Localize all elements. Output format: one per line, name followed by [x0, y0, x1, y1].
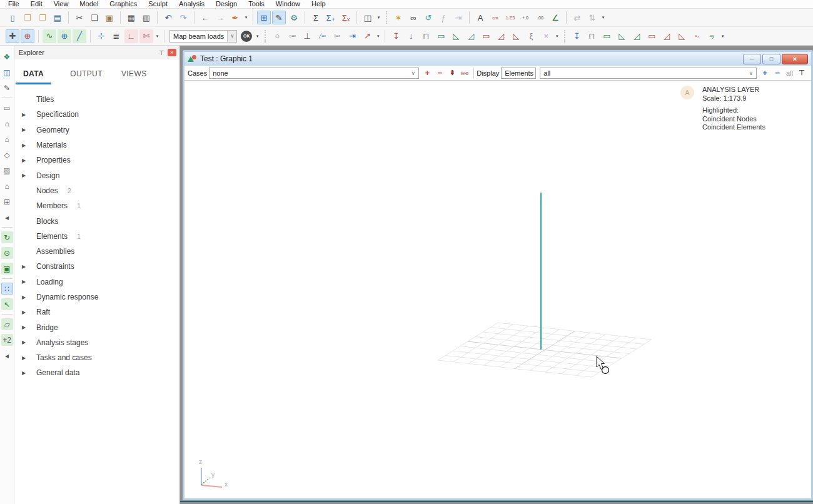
tree-item-dynamic-response[interactable]: ▶Dynamic response	[14, 290, 179, 305]
node-loads-2-icon[interactable]: ↧	[570, 29, 583, 43]
redo-icon[interactable]: ↷	[176, 11, 190, 24]
clear-loads-icon[interactable]: ×	[539, 29, 553, 43]
view-3d-box-icon[interactable]: ▧	[1, 164, 13, 176]
sculpt-pencil-icon[interactable]: ✎	[1, 82, 13, 94]
pin-icon[interactable]: ⊤	[157, 49, 166, 56]
menu-item-analysis[interactable]: Analysis	[173, 0, 210, 8]
tree-item-design[interactable]: ▶Design	[14, 168, 179, 183]
wizard-wand-icon[interactable]: ✶	[391, 11, 405, 24]
menu-item-graphics[interactable]: Graphics	[104, 0, 143, 8]
h-spacing-icon[interactable]: ⇄	[570, 11, 584, 24]
settlements-icon[interactable]: ↓	[404, 29, 418, 43]
view-front-icon[interactable]: ⌂	[1, 118, 13, 129]
beam-tri-2-icon[interactable]: ◺	[615, 29, 629, 43]
tree-item-materials[interactable]: ▶Materials	[14, 138, 179, 153]
all-label[interactable]: all	[786, 69, 793, 77]
add-element-icon[interactable]: ╱	[73, 29, 86, 43]
format-painter-icon[interactable]: ✒	[228, 11, 242, 24]
menu-item-edit[interactable]: Edit	[25, 0, 48, 8]
expand-arrow-icon[interactable]: ▶	[22, 158, 36, 163]
beam-tri-load-icon[interactable]: ◺	[449, 29, 463, 43]
tab-data[interactable]: DATA	[16, 69, 51, 84]
add-point-icon[interactable]: ⊕	[21, 29, 34, 43]
beam-patch-load-icon[interactable]: ◿	[464, 29, 478, 43]
step-line-icon[interactable]: ∟	[124, 29, 138, 43]
labels-dropdown-icon[interactable]: ▾	[375, 34, 381, 39]
element-axes-icon[interactable]: ↗	[360, 29, 374, 43]
tab-views[interactable]: VIEWS	[121, 69, 147, 84]
font-icon[interactable]: A	[473, 11, 487, 24]
view-isometric-icon[interactable]: ◇	[1, 149, 13, 161]
beam-udl-icon[interactable]: ▭	[434, 29, 448, 43]
align-ends-icon[interactable]: ⇥	[345, 29, 359, 43]
add-node-icon[interactable]: ⊕	[58, 29, 71, 43]
graphic-canvas[interactable]: z y x A ANALYSIS LAYER Scale: 1:173.9 Hi…	[184, 81, 811, 498]
tab-output[interactable]: OUTPUT	[70, 69, 103, 84]
view-back-icon[interactable]: ⌂	[1, 133, 13, 145]
tree-item-bridge[interactable]: ▶Bridge	[14, 320, 179, 335]
add-to-list-icon[interactable]: +	[759, 68, 771, 78]
sum-icon[interactable]: Σ	[309, 11, 323, 24]
tree-item-constraints[interactable]: ▶Constraints	[14, 259, 179, 274]
cut-icon[interactable]: ✂	[73, 11, 86, 24]
orbit-view-icon[interactable]: ▣	[1, 263, 13, 275]
tree-item-elements[interactable]: Elements1	[14, 229, 179, 244]
coordinate-select-icon[interactable]: +2	[1, 334, 13, 346]
expand-arrow-icon[interactable]: ▶	[22, 310, 36, 315]
cases-combo[interactable]: none ∨	[209, 68, 419, 79]
beam-frame-icon[interactable]: ⊓	[419, 29, 433, 43]
supports-display-icon[interactable]: ⊥	[300, 29, 314, 43]
loads-dropdown-icon[interactable]: ▾	[553, 34, 560, 39]
loads-2-dropdown-icon[interactable]: ▾	[719, 34, 726, 39]
remove-from-list-icon[interactable]: −	[771, 68, 784, 78]
plot-dropdown-icon[interactable]: ▾	[375, 15, 382, 20]
sculpt-dropdown-icon[interactable]: ▾	[154, 34, 161, 39]
expand-arrow-icon[interactable]: ▶	[22, 355, 36, 361]
tree-item-geometry[interactable]: ▶Geometry	[14, 123, 179, 138]
node-display-icon[interactable]: ○	[270, 29, 284, 43]
zoom-view-icon[interactable]: ⊙	[1, 247, 13, 259]
fewer-decimals-icon[interactable]: .00	[533, 11, 547, 24]
history-dropdown-icon[interactable]: ▾	[243, 15, 250, 20]
layout-dropdown-icon[interactable]: ▾	[600, 15, 607, 20]
settings-wrench-icon[interactable]: ⚙	[287, 11, 301, 24]
table-view-icon[interactable]: ⊞	[257, 11, 271, 24]
sum-remove-icon[interactable]: Σₓ	[339, 11, 353, 24]
expand-arrow-icon[interactable]: ▶	[22, 295, 36, 300]
tree-item-tasks-and-cases[interactable]: ▶Tasks and cases	[14, 350, 179, 365]
expand-arrow-icon[interactable]: ▶	[22, 173, 36, 178]
node-loads-icon[interactable]: ↧	[389, 29, 403, 43]
close-file-icon[interactable]: ❐	[36, 11, 49, 24]
tree-item-loading[interactable]: ▶Loading	[14, 275, 179, 290]
v-spacing-icon[interactable]: ⇅	[585, 11, 599, 24]
section-labels-icon[interactable]: I¹²³	[330, 29, 344, 43]
patch-red-2-icon[interactable]: ◺	[675, 29, 689, 43]
tree-item-specification[interactable]: ▶Specification	[14, 107, 179, 122]
copy-icon[interactable]: ❏	[88, 11, 101, 24]
menu-item-model[interactable]: Model	[74, 0, 104, 8]
tree-item-analysis-stages[interactable]: ▶Analysis stages	[14, 335, 179, 350]
tree-item-nodes[interactable]: Nodes2	[14, 183, 179, 198]
polygon-select-icon[interactable]: ▱	[1, 318, 13, 330]
graphic-edit-icon[interactable]: ✎	[272, 11, 286, 24]
add-case-icon[interactable]: +	[421, 68, 433, 78]
go-to-list-icon[interactable]: ⇥	[452, 11, 465, 24]
select-nodes-icon[interactable]: ∷	[1, 283, 13, 295]
expand-arrow-icon[interactable]: ▶	[22, 325, 36, 330]
beam-frame-2-icon[interactable]: ⊓	[585, 29, 598, 43]
expand-arrow-icon[interactable]: ▶	[22, 112, 36, 118]
revert-icon[interactable]: ↺	[422, 11, 435, 24]
udl-red-icon[interactable]: ▭	[479, 29, 493, 43]
graphic-window-titlebar[interactable]: Test : Graphic 1 ─ □ ×	[184, 52, 811, 66]
back-icon[interactable]: ←	[198, 11, 212, 24]
display-combo[interactable]: Elements ∨	[501, 68, 536, 79]
ok-button[interactable]: OK	[241, 31, 252, 42]
collapse-left-icon[interactable]: ◂	[1, 211, 13, 223]
expand-arrow-icon[interactable]: ▶	[22, 340, 36, 345]
sum-add-icon[interactable]: Σ₊	[324, 11, 338, 24]
menu-item-tools[interactable]: Tools	[243, 0, 270, 8]
add-arc-icon[interactable]: ∿	[43, 29, 56, 43]
close-icon[interactable]: ×	[168, 49, 176, 56]
menu-item-window[interactable]: Window	[270, 0, 306, 8]
tree-item-general-data[interactable]: ▶General data	[14, 365, 179, 380]
